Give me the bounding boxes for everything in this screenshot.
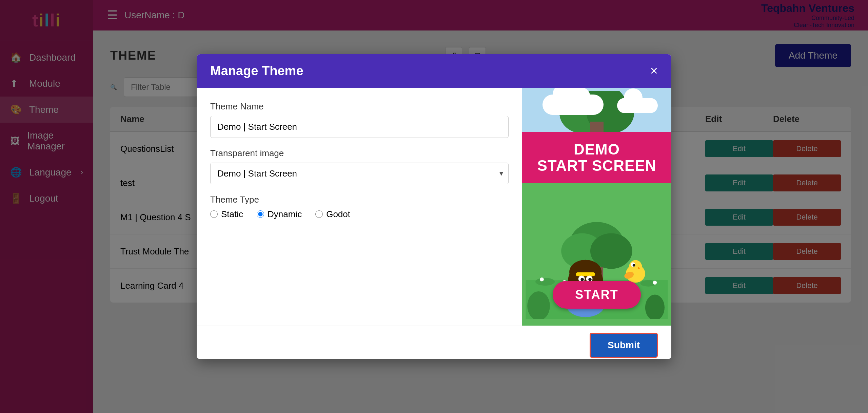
transparent-image-select[interactable]: Demo | Start Screen: [210, 163, 509, 184]
theme-name-input[interactable]: [210, 116, 509, 138]
modal-overlay[interactable]: Manage Theme × Theme Name Transparent im…: [0, 0, 868, 413]
manage-theme-modal: Manage Theme × Theme Name Transparent im…: [197, 54, 671, 359]
banner-line1: DEMO: [529, 141, 665, 158]
radio-godot[interactable]: Godot: [315, 209, 350, 220]
radio-dynamic[interactable]: Dynamic: [257, 209, 302, 220]
svg-point-7: [540, 277, 544, 281]
preview-scene: START: [522, 183, 671, 326]
radio-godot-input[interactable]: [315, 210, 323, 218]
modal-preview: DEMO START SCREEN: [522, 88, 671, 326]
cloud-1: [542, 95, 604, 115]
theme-name-label: Theme Name: [210, 101, 509, 112]
start-button-wrapper: START: [553, 281, 641, 309]
theme-type-radio-group: Static Dynamic Godot: [210, 209, 509, 220]
radio-dynamic-label: Dynamic: [268, 209, 302, 220]
modal-close-button[interactable]: ×: [650, 64, 658, 77]
svg-point-22: [633, 264, 635, 267]
radio-godot-label: Godot: [326, 209, 350, 220]
svg-point-10: [653, 281, 657, 285]
preview-sky: [522, 88, 671, 132]
start-button[interactable]: START: [553, 281, 641, 309]
modal-title: Manage Theme: [210, 64, 303, 78]
modal-body: Theme Name Transparent image Demo | Star…: [197, 88, 671, 326]
transparent-select-wrapper: Demo | Start Screen ▾: [210, 163, 509, 184]
submit-button[interactable]: Submit: [590, 333, 658, 358]
modal-form: Theme Name Transparent image Demo | Star…: [197, 88, 522, 326]
preview-banner: DEMO START SCREEN: [522, 132, 671, 184]
radio-static-input[interactable]: [210, 210, 218, 218]
radio-static[interactable]: Static: [210, 209, 243, 220]
theme-name-group: Theme Name: [210, 101, 509, 138]
theme-type-label: Theme Type: [210, 194, 509, 205]
svg-rect-33: [576, 272, 595, 276]
radio-static-label: Static: [221, 209, 243, 220]
svg-point-5: [535, 278, 555, 286]
transparent-image-group: Transparent image Demo | Start Screen ▾: [210, 148, 509, 184]
modal-header: Manage Theme ×: [197, 54, 671, 88]
theme-type-group: Theme Type Static Dynamic Godot: [210, 194, 509, 220]
transparent-image-label: Transparent image: [210, 148, 509, 159]
banner-line2: START SCREEN: [529, 158, 665, 174]
cloud-2: [617, 98, 658, 113]
svg-point-20: [629, 260, 642, 273]
radio-dynamic-input[interactable]: [257, 210, 264, 218]
modal-footer: Submit: [197, 326, 671, 359]
scene-inner: START: [522, 183, 671, 319]
svg-rect-3: [590, 122, 604, 132]
